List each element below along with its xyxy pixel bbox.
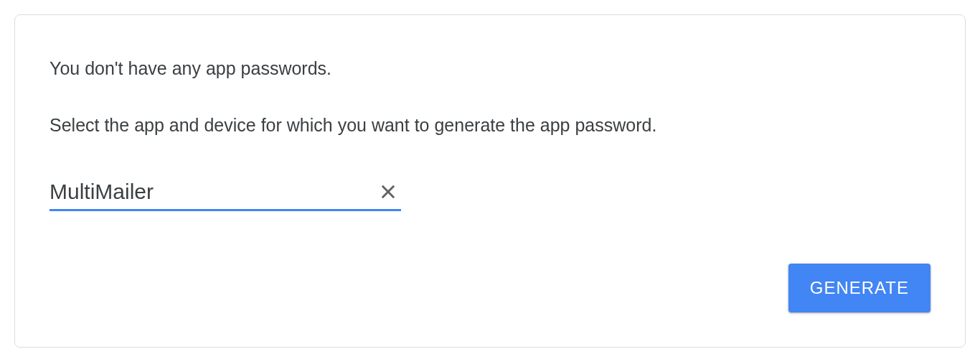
app-name-input[interactable] xyxy=(50,180,375,204)
empty-passwords-message: You don't have any app passwords. xyxy=(50,58,930,79)
close-icon xyxy=(378,182,398,202)
app-name-input-container xyxy=(50,179,401,211)
instruction-text: Select the app and device for which you … xyxy=(50,115,930,136)
clear-input-button[interactable] xyxy=(375,179,401,205)
app-password-card: You don't have any app passwords. Select… xyxy=(14,14,966,348)
generate-button[interactable]: GENERATE xyxy=(788,264,930,312)
